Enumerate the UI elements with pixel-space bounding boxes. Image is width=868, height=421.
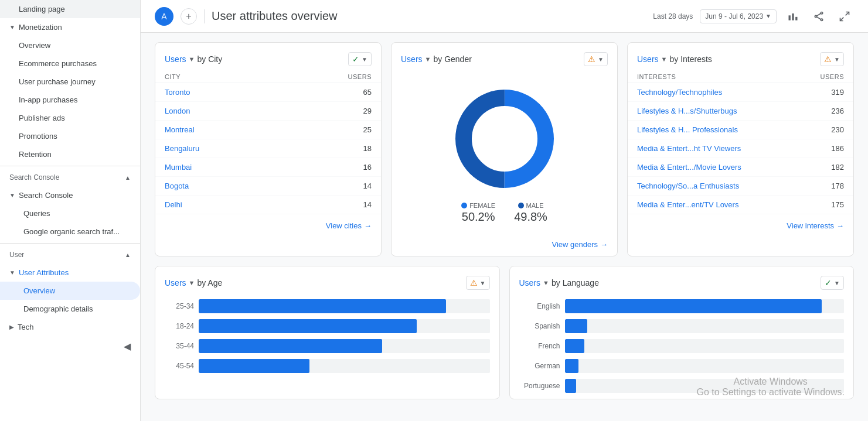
gender-status-badge[interactable]: ⚠ ▼ bbox=[584, 52, 608, 66]
age-bar-track bbox=[199, 359, 490, 373]
female-dot bbox=[461, 203, 467, 208]
city-user-count: 14 bbox=[363, 200, 372, 209]
sidebar-section-search-console[interactable]: Search Console ▲ bbox=[0, 169, 140, 186]
city-status-dropdown[interactable]: ▼ bbox=[362, 56, 367, 63]
language-users-label[interactable]: Users bbox=[519, 278, 541, 287]
sidebar-item-in-app[interactable]: In-app purchases bbox=[0, 91, 140, 109]
sidebar-item-monetization-label: Monetization bbox=[19, 23, 62, 32]
sidebar: Landing page ▼ Monetization Overview Eco… bbox=[0, 0, 141, 421]
sidebar-item-landing-page[interactable]: Landing page bbox=[0, 0, 140, 18]
chevron-down-icon-ua: ▼ bbox=[9, 269, 15, 276]
sidebar-item-promotions[interactable]: Promotions bbox=[0, 127, 140, 145]
lang-bar-fill bbox=[565, 319, 587, 333]
gender-users-label[interactable]: Users bbox=[401, 54, 423, 64]
age-bar-fill bbox=[199, 339, 382, 353]
language-dropdown-arrow[interactable]: ▼ bbox=[543, 279, 549, 286]
interests-users-label[interactable]: Users bbox=[637, 54, 659, 64]
check-circle-icon: ✓ bbox=[352, 54, 359, 64]
date-range-selector[interactable]: Jun 9 - Jul 6, 2023 ▼ bbox=[700, 9, 777, 23]
interests-status-badge[interactable]: ⚠ ▼ bbox=[820, 52, 844, 66]
age-status-dropdown[interactable]: ▼ bbox=[480, 280, 486, 286]
city-link[interactable]: Toronto bbox=[165, 88, 190, 97]
language-bar-row: English bbox=[519, 299, 845, 313]
age-bar-fill bbox=[199, 359, 309, 373]
share-icon[interactable] bbox=[809, 7, 828, 26]
city-link[interactable]: Delhi bbox=[165, 200, 182, 209]
sidebar-section-user[interactable]: User ▲ bbox=[0, 246, 140, 263]
sidebar-item-overview-monetization[interactable]: Overview bbox=[0, 36, 140, 54]
city-link[interactable]: London bbox=[165, 107, 190, 115]
svg-line-7 bbox=[817, 16, 821, 19]
sidebar-item-monetization[interactable]: ▼ Monetization bbox=[0, 18, 140, 36]
gender-dropdown-arrow[interactable]: ▼ bbox=[425, 56, 431, 63]
interests-status-dropdown[interactable]: ▼ bbox=[834, 56, 840, 63]
add-button[interactable]: + bbox=[181, 8, 197, 25]
city-dropdown-arrow[interactable]: ▼ bbox=[189, 56, 195, 63]
interest-link[interactable]: Media & Entert.../Movie Lovers bbox=[637, 163, 741, 172]
sidebar-item-retention[interactable]: Retention bbox=[0, 145, 140, 163]
interest-link[interactable]: Lifestyles & H... Professionals bbox=[637, 125, 738, 134]
age-users-label[interactable]: Users bbox=[165, 278, 186, 287]
interest-table-row: Media & Enter...ent/TV Lovers175 bbox=[628, 196, 853, 214]
gender-donut-chart bbox=[446, 80, 563, 197]
city-table-row: Bengaluru18 bbox=[155, 139, 381, 158]
sidebar-item-demographic[interactable]: Demographic details bbox=[0, 300, 140, 318]
interest-user-count: 186 bbox=[831, 144, 844, 153]
language-status-dropdown[interactable]: ▼ bbox=[834, 280, 840, 286]
bar-chart-icon[interactable] bbox=[784, 7, 802, 26]
city-link[interactable]: Mumbai bbox=[165, 163, 192, 172]
chevron-right-icon-tech: ▶ bbox=[9, 324, 14, 330]
city-table-body: Toronto65London29Montreal25Bengaluru18Mu… bbox=[155, 83, 381, 214]
sidebar-item-ua-overview[interactable]: Overview bbox=[0, 282, 140, 300]
age-dropdown-arrow[interactable]: ▼ bbox=[189, 279, 195, 286]
city-user-count: 16 bbox=[363, 163, 372, 172]
view-genders-link[interactable]: View genders → bbox=[392, 233, 617, 256]
arrow-right-icon-gender: → bbox=[600, 240, 608, 249]
svg-line-6 bbox=[817, 13, 821, 16]
language-status-badge[interactable]: ✓ ▼ bbox=[821, 276, 844, 290]
interest-table-row: Lifestyles & H...s/Shutterbugs236 bbox=[628, 102, 853, 121]
city-status-badge[interactable]: ✓ ▼ bbox=[348, 52, 372, 66]
view-interests-link[interactable]: View interests → bbox=[628, 214, 853, 237]
sidebar-item-publisher-ads[interactable]: Publisher ads bbox=[0, 109, 140, 127]
interests-card: Users ▼ by Interests ⚠ ▼ INTERESTS USERS… bbox=[627, 42, 854, 256]
sidebar-item-tech[interactable]: ▶ Tech bbox=[0, 318, 140, 336]
city-link[interactable]: Bogota bbox=[165, 182, 189, 190]
sidebar-item-organic-search[interactable]: Google organic search traf... bbox=[0, 223, 140, 241]
interest-link[interactable]: Media & Enter...ent/TV Lovers bbox=[637, 200, 738, 209]
lang-bar-fill bbox=[565, 359, 579, 373]
chevron-icon-user: ▲ bbox=[125, 252, 131, 258]
sidebar-item-queries[interactable]: Queries bbox=[0, 204, 140, 223]
expand-icon[interactable] bbox=[835, 7, 854, 26]
svg-rect-0 bbox=[789, 15, 791, 20]
age-status-badge[interactable]: ⚠ ▼ bbox=[466, 276, 490, 290]
gender-status-dropdown[interactable]: ▼ bbox=[598, 56, 604, 63]
header: A + User attributes overview Last 28 day… bbox=[141, 0, 868, 33]
interest-link[interactable]: Technology/Technophiles bbox=[637, 88, 722, 97]
sidebar-item-ecommerce[interactable]: Ecommerce purchases bbox=[0, 54, 140, 73]
sidebar-section-search-console-label: Search Console bbox=[9, 173, 59, 182]
city-user-count: 65 bbox=[363, 88, 372, 97]
city-link[interactable]: Bengaluru bbox=[165, 144, 199, 153]
warning-triangle-icon: ⚠ bbox=[588, 54, 595, 64]
top-cards-row: Users ▼ by City ✓ ▼ CITY USERS Toronto65… bbox=[155, 42, 854, 256]
view-cities-link[interactable]: View cities → bbox=[155, 214, 381, 237]
city-users-label[interactable]: Users bbox=[165, 54, 186, 64]
interests-by-label: by Interests bbox=[669, 54, 712, 64]
sidebar-item-search-console-parent[interactable]: ▼ Search Console bbox=[0, 186, 140, 204]
sidebar-item-user-attributes-parent[interactable]: ▼ User Attributes bbox=[0, 263, 140, 282]
interest-link[interactable]: Lifestyles & H...s/Shutterbugs bbox=[637, 107, 737, 115]
chevron-down-icon-sc: ▼ bbox=[9, 192, 15, 198]
sidebar-item-tech-label: Tech bbox=[18, 323, 33, 331]
sidebar-item-user-purchase-journey[interactable]: User purchase journey bbox=[0, 73, 140, 91]
avatar[interactable]: A bbox=[155, 7, 173, 26]
chevron-icon-search: ▲ bbox=[125, 174, 131, 181]
interest-link[interactable]: Media & Entert...ht TV Viewers bbox=[637, 144, 741, 153]
collapse-sidebar-icon[interactable]: ◀ bbox=[124, 341, 131, 352]
city-user-count: 25 bbox=[363, 125, 372, 134]
interests-dropdown-arrow[interactable]: ▼ bbox=[661, 56, 668, 63]
city-link[interactable]: Montreal bbox=[165, 125, 195, 134]
interests-table-body: Technology/Technophiles319Lifestyles & H… bbox=[628, 83, 853, 214]
lang-bar-fill bbox=[565, 299, 822, 313]
interest-link[interactable]: Technology/So...a Enthusiasts bbox=[637, 182, 739, 190]
